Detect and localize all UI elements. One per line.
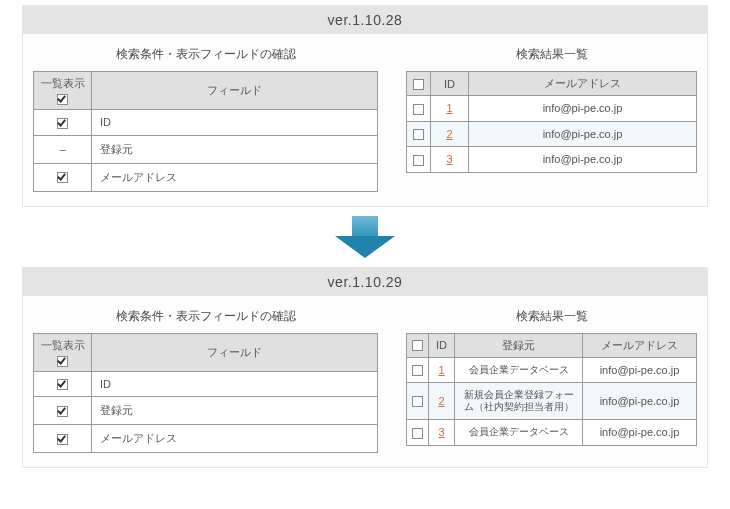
results-header-row: ID 登録元 メールアドレス xyxy=(407,333,697,357)
checkbox-row[interactable] xyxy=(412,396,423,407)
result-row: 2 新規会員企業登録フォーム（社内契約担当者用） info@pi-pe.co.j… xyxy=(407,383,697,420)
checkbox-field[interactable] xyxy=(57,379,68,390)
checkbox-dash: – xyxy=(59,143,65,155)
results-header-check xyxy=(407,72,431,96)
results-header-row: ID メールアドレス xyxy=(407,72,697,96)
field-name: 登録元 xyxy=(92,135,378,163)
origin-cell: 会員企業データベース xyxy=(455,357,583,383)
results-section-before: 検索結果一覧 ID メールアドレス 1 info@pi-pe.co.jp 2 i… xyxy=(406,40,697,192)
version-label-before: ver.1.10.28 xyxy=(23,6,707,34)
panel-before: ver.1.10.28 検索条件・表示フィールドの確認 一覧表示 フィールド xyxy=(22,5,708,207)
checkbox-all-results[interactable] xyxy=(412,340,423,351)
id-link[interactable]: 2 xyxy=(438,395,444,407)
field-name: 登録元 xyxy=(92,397,378,425)
checkbox-row[interactable] xyxy=(413,155,424,166)
field-name: メールアドレス xyxy=(92,425,378,453)
results-header-email: メールアドレス xyxy=(583,333,697,357)
id-link[interactable]: 1 xyxy=(438,364,444,376)
checkbox-field[interactable] xyxy=(57,118,68,129)
field-row: – 登録元 xyxy=(34,135,378,163)
results-header-email: メールアドレス xyxy=(469,72,697,96)
result-row: 3 会員企業データベース info@pi-pe.co.jp xyxy=(407,420,697,446)
email-cell: info@pi-pe.co.jp xyxy=(583,420,697,446)
field-name: ID xyxy=(92,371,378,397)
fields-header-display: 一覧表示 xyxy=(34,333,92,371)
results-header-check xyxy=(407,333,429,357)
checkbox-field[interactable] xyxy=(57,406,68,417)
id-link[interactable]: 3 xyxy=(446,153,452,165)
panel-after: ver.1.10.29 検索条件・表示フィールドの確認 一覧表示 フィールド xyxy=(22,267,708,469)
checkbox-all-fields[interactable] xyxy=(57,94,68,105)
results-header-id: ID xyxy=(429,333,455,357)
email-cell: info@pi-pe.co.jp xyxy=(583,383,697,420)
arrow-down-icon xyxy=(335,216,395,258)
results-title: 検索結果一覧 xyxy=(406,40,697,71)
fields-section-before: 検索条件・表示フィールドの確認 一覧表示 フィールド ID xyxy=(33,40,378,192)
result-row: 2 info@pi-pe.co.jp xyxy=(407,121,697,147)
checkbox-row[interactable] xyxy=(413,104,424,115)
results-section-after: 検索結果一覧 ID 登録元 メールアドレス 1 会員企業データベース info@… xyxy=(406,302,697,454)
email-cell: info@pi-pe.co.jp xyxy=(583,357,697,383)
fields-title: 検索条件・表示フィールドの確認 xyxy=(33,40,378,71)
results-table-before: ID メールアドレス 1 info@pi-pe.co.jp 2 info@pi-… xyxy=(406,71,697,173)
results-title: 検索結果一覧 xyxy=(406,302,697,333)
email-cell: info@pi-pe.co.jp xyxy=(469,121,697,147)
display-header-label: 一覧表示 xyxy=(41,338,85,353)
fields-header-display: 一覧表示 xyxy=(34,72,92,110)
field-row: メールアドレス xyxy=(34,425,378,453)
fields-header-row: 一覧表示 フィールド xyxy=(34,72,378,110)
id-link[interactable]: 3 xyxy=(438,426,444,438)
id-link[interactable]: 1 xyxy=(446,102,452,114)
fields-header-field: フィールド xyxy=(92,72,378,110)
result-row: 1 info@pi-pe.co.jp xyxy=(407,96,697,122)
email-cell: info@pi-pe.co.jp xyxy=(469,147,697,173)
checkbox-row[interactable] xyxy=(412,428,423,439)
origin-cell: 会員企業データベース xyxy=(455,420,583,446)
checkbox-field[interactable] xyxy=(57,434,68,445)
columns-before: 検索条件・表示フィールドの確認 一覧表示 フィールド ID xyxy=(23,40,707,192)
fields-table-after: 一覧表示 フィールド ID 登録元 メールアドレス xyxy=(33,333,378,454)
checkbox-row[interactable] xyxy=(412,365,423,376)
results-header-id: ID xyxy=(431,72,469,96)
field-row: メールアドレス xyxy=(34,163,378,191)
id-link[interactable]: 2 xyxy=(446,128,452,140)
field-row: 登録元 xyxy=(34,397,378,425)
fields-header-field: フィールド xyxy=(92,333,378,371)
results-header-origin: 登録元 xyxy=(455,333,583,357)
fields-header-row: 一覧表示 フィールド xyxy=(34,333,378,371)
field-row: ID xyxy=(34,110,378,136)
result-row: 1 会員企業データベース info@pi-pe.co.jp xyxy=(407,357,697,383)
field-row: ID xyxy=(34,371,378,397)
result-row: 3 info@pi-pe.co.jp xyxy=(407,147,697,173)
display-header-label: 一覧表示 xyxy=(41,76,85,91)
fields-section-after: 検索条件・表示フィールドの確認 一覧表示 フィールド ID xyxy=(33,302,378,454)
columns-after: 検索条件・表示フィールドの確認 一覧表示 フィールド ID xyxy=(23,302,707,454)
checkbox-all-fields[interactable] xyxy=(57,356,68,367)
checkbox-row[interactable] xyxy=(413,129,424,140)
checkbox-field[interactable] xyxy=(57,172,68,183)
field-name: ID xyxy=(92,110,378,136)
fields-title: 検索条件・表示フィールドの確認 xyxy=(33,302,378,333)
fields-table-before: 一覧表示 フィールド ID – 登録元 メールアドレス xyxy=(33,71,378,192)
origin-cell: 新規会員企業登録フォーム（社内契約担当者用） xyxy=(455,383,583,420)
email-cell: info@pi-pe.co.jp xyxy=(469,96,697,122)
field-name: メールアドレス xyxy=(92,163,378,191)
version-label-after: ver.1.10.29 xyxy=(23,268,707,296)
arrow-down xyxy=(0,212,730,262)
checkbox-all-results[interactable] xyxy=(413,79,424,90)
results-table-after: ID 登録元 メールアドレス 1 会員企業データベース info@pi-pe.c… xyxy=(406,333,697,446)
